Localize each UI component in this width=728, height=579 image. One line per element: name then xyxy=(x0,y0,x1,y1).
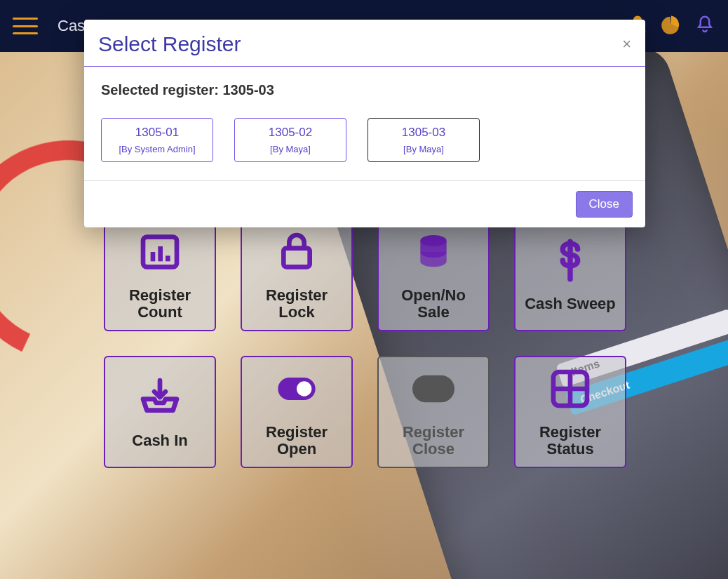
register-by: [By Maya] xyxy=(374,144,473,154)
register-by: [By System Admin] xyxy=(107,144,207,154)
select-register-modal: Select Register × Selected register: 130… xyxy=(84,20,645,227)
register-by: [By Maya] xyxy=(241,144,340,154)
selected-register-label: Selected register: 1305-03 xyxy=(101,82,628,98)
selected-register-prefix: Selected register: xyxy=(101,82,222,98)
register-id: 1305-02 xyxy=(241,126,340,140)
register-options-row: 1305-01 [By System Admin]1305-02 [By May… xyxy=(101,118,628,162)
selected-register-value: 1305-03 xyxy=(222,82,274,98)
register-id: 1305-03 xyxy=(374,126,473,140)
close-button[interactable]: Close xyxy=(576,191,633,218)
register-option[interactable]: 1305-02 [By Maya] xyxy=(234,118,346,162)
register-id: 1305-01 xyxy=(107,126,207,140)
register-option[interactable]: 1305-01 [By System Admin] xyxy=(101,118,213,162)
modal-title: Select Register xyxy=(98,32,241,56)
register-option[interactable]: 1305-03 [By Maya] xyxy=(368,118,480,162)
close-icon[interactable]: × xyxy=(622,36,631,52)
